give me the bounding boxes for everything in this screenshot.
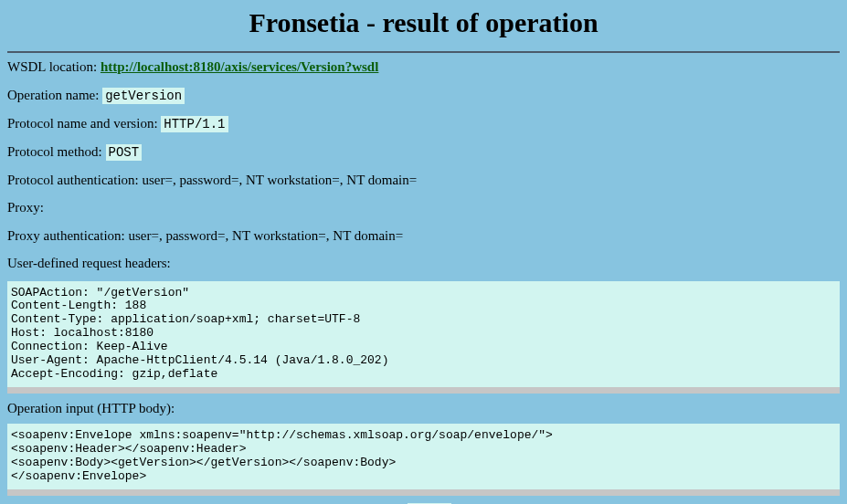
gray-bar bbox=[7, 387, 840, 394]
input-label-row: Operation input (HTTP body): bbox=[7, 394, 840, 420]
page-title: Fronsetia - result of operation bbox=[7, 0, 840, 51]
operation-row: Operation name: getVersion bbox=[7, 81, 840, 110]
proxy-row: Proxy: bbox=[7, 194, 840, 222]
headers-label-row: User-defined request headers: bbox=[7, 249, 840, 278]
proxy-label: Proxy: bbox=[7, 200, 44, 215]
encoding-row: Expected output encoding (used only if c… bbox=[7, 496, 840, 504]
wsdl-link[interactable]: http://localhost:8180/axis/services/Vers… bbox=[101, 59, 378, 74]
method-value: POST bbox=[106, 144, 143, 161]
headers-content: SOAPAction: "/getVersion" Content-Length… bbox=[7, 281, 840, 388]
auth-label: Protocol authentication: user=, password… bbox=[7, 173, 417, 187]
protocol-row: Protocol name and version: HTTP/1.1 bbox=[7, 110, 840, 138]
operation-value: getVersion bbox=[102, 88, 185, 104]
input-label: Operation input (HTTP body): bbox=[7, 401, 175, 415]
protocol-label: Protocol name and version: bbox=[7, 116, 161, 131]
headers-label: User-defined request headers: bbox=[7, 256, 171, 270]
gray-bar bbox=[7, 489, 840, 496]
method-row: Protocol method: POST bbox=[7, 138, 840, 166]
wsdl-row: WSDL location: http://localhost:8180/axi… bbox=[7, 53, 840, 81]
proxy-auth-label: Proxy authentication: user=, password=, … bbox=[7, 228, 403, 243]
input-content: <soapenv:Envelope xmlns:soapenv="http://… bbox=[7, 424, 840, 489]
wsdl-label: WSDL location: bbox=[7, 59, 101, 74]
operation-label: Operation name: bbox=[7, 88, 102, 102]
auth-row: Protocol authentication: user=, password… bbox=[7, 166, 840, 194]
proxy-auth-row: Proxy authentication: user=, password=, … bbox=[7, 222, 840, 250]
protocol-value: HTTP/1.1 bbox=[161, 116, 228, 132]
method-label: Protocol method: bbox=[7, 144, 106, 159]
